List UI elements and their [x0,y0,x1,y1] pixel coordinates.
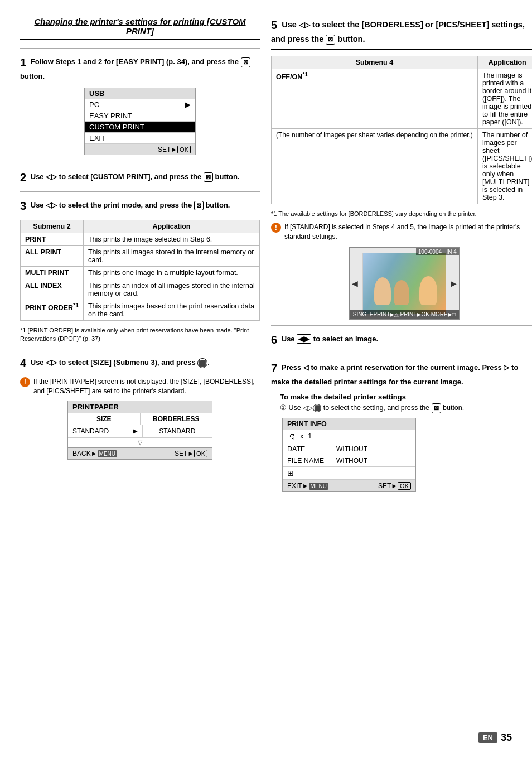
page: Changing the printer's settings for prin… [0,0,532,757]
step7-nav-icon: ⬛ [313,404,321,412]
step2-num: 2 [20,171,26,184]
printpaper-borderless-cell: STANDARD [143,425,212,437]
submenu4-footnote: *1 The available settings for [BORDERLES… [271,210,532,218]
table-row: MULTI PRINT This prints one image in a m… [21,266,260,279]
step4-note-text: If the [PRINTPAPER] screen is not displa… [33,377,260,396]
printinfo-footer: EXIT►MENU SET►OK [283,480,415,491]
printinfo-printer-icon: 🖨 [287,432,296,441]
printinfo-box: PRINT INFO 🖨 x 1 DATE WITHOUT FILE NAME … [282,418,416,492]
page-number: 35 [501,732,512,744]
printinfo-x-label: x [300,432,303,440]
printpaper-back: BACK►MENU [72,450,117,457]
printinfo-title: PRINT INFO [283,418,415,430]
printinfo-row-copies: 🖨 x 1 [283,430,415,443]
submenu2-val-allindex: This prints an index of all images store… [83,279,259,300]
printinfo-crop-icon: ⊞ [287,469,294,478]
step5-note-icon: ! [271,223,281,233]
note-icon: ! [20,377,30,387]
printinfo-row-date: DATE WITHOUT [283,443,415,455]
step7-sub-heading: To make the detailed printer settings [280,393,532,401]
printpaper-col-headers: SIZE BORDERLESS [68,413,212,425]
usb-item-customprint-label: CUSTOM PRINT [89,123,144,131]
step6-num: 6 [271,334,277,346]
printinfo-exit: EXIT►MENU [287,482,328,490]
usb-item-easypint: EASY PRINT [85,110,195,122]
submenu2-key-printorder: PRINT ORDER*1 [21,300,84,320]
step6: 6 Use ◀▶ to select an image. [271,331,532,348]
step1-num: 1 [20,56,26,69]
step7-sub: To make the detailed printer settings ① … [280,393,532,413]
step1-end: button. [20,72,45,80]
camera-left-arrow-icon: ◀ [352,279,358,288]
usb-title: USB [85,88,195,99]
submenu2-val-print: This prints the image selected in Step 6… [83,233,259,245]
set-ok-icon: ⊠ [241,57,250,67]
submenu2-col1: Submenu 2 [21,220,84,233]
camera-in-label: IN 4 [446,249,456,255]
camera-screen: ◀ 100-0004 IN 4 SINGLEPRINT▶△ PRINT▶OK M… [349,247,460,320]
printinfo-copies-value: 1 [308,432,312,440]
table-row: ALL PRINT This prints all images stored … [21,245,260,266]
usb-item-exit-label: EXIT [89,134,105,142]
usb-item-customprint: CUSTOM PRINT [85,122,195,133]
step3-btn-icon: ⊠ [194,201,204,210]
usb-item-pc: PC ▶ [85,99,195,110]
printinfo-date-label: DATE [287,445,332,453]
printpaper-title: PRINTPAPER [68,401,212,413]
printinfo-set: SET►OK [378,482,411,490]
step4: 4 Use ◁▷ to select [SIZE] (Submenu 3), a… [20,355,260,372]
left-column: Changing the printer's settings for prin… [20,17,260,740]
submenu2-table: Submenu 2 Application PRINT This prints … [20,220,260,321]
table-row: (The number of images per sheet varies d… [272,128,533,204]
submenu2-footnote: *1 [PRINT ORDER] is available only when … [20,326,260,344]
printinfo-date-value: WITHOUT [336,445,367,453]
usb-item-exit: EXIT [85,133,195,144]
submenu2-val-allprint: This prints all images stored in the int… [83,245,259,266]
printpaper-size-cell: STANDARD ▶ [68,425,143,437]
printpaper-footer: BACK►MENU SET►OK [68,447,212,459]
printpaper-data-row: STANDARD ▶ STANDARD [68,425,212,438]
printpaper-right-arrow-icon: ▶ [133,428,138,434]
step4-num: 4 [20,357,26,369]
submenu2-key-multiprint: MULTI PRINT [21,266,84,279]
camera-file-label: 100-0004 [418,249,442,255]
printpaper-col1: SIZE [68,413,141,425]
page-footer: EN 35 [478,732,512,744]
printinfo-row-extra: ⊞ [283,467,415,480]
submenu4-col1: Submenu 4 [272,56,478,69]
printpaper-size-value: STANDARD [72,427,109,435]
submenu4-val-pics: The number of images per sheet ([PICS/SH… [477,128,532,204]
camera-right-arrow-icon: ▶ [451,279,457,288]
printpaper-down-arrow: ▽ [68,438,212,447]
submenu2-key-allprint: ALL PRINT [21,245,84,266]
step5-note-text: If [STANDARD] is selected in Steps 4 and… [284,223,532,242]
submenu2-val-multiprint: This prints one image in a multiple layo… [83,266,259,279]
usb-menu-box: USB PC ▶ EASY PRINT CUSTOM PRINT EXIT SE… [84,88,196,155]
step7-num: 7 [271,362,277,374]
submenu2-col2: Application [83,220,259,233]
printinfo-filename-value: WITHOUT [336,457,367,465]
right-column: 5 Use ◁▷ to select the [BORDERLESS] or [… [271,17,532,740]
step2-btn-icon: ⊠ [204,172,213,182]
step1: 1 Follow Steps 1 and 2 for [EASY PRINT] … [20,54,260,82]
table-row: ALL INDEX This prints an index of all im… [21,279,260,300]
step3-num: 3 [20,200,26,212]
usb-footer: SET►OK [85,144,195,155]
printinfo-row-filename: FILE NAME WITHOUT [283,455,415,467]
step7-sub-text: ① Use ◁▷⬛ to select the setting, and pre… [280,403,532,413]
printpaper-set: SET►OK [175,450,207,457]
camera-singleprint-label: SINGLEPRINT▶△ [353,311,399,317]
usb-item-pc-arrow: ▶ [185,100,191,109]
usb-item-pc-label: PC [89,100,99,109]
submenu2-key-print: PRINT [21,233,84,245]
usb-item-easyprint-label: EASY PRINT [89,112,132,120]
printinfo-filename-label: FILE NAME [287,457,332,465]
submenu4-key-offon: OFF/ON*1 [272,69,478,128]
submenu4-table: Submenu 4 Application OFF/ON*1 The image… [271,56,532,204]
printpaper-col2: BORDERLESS [141,413,212,425]
printpaper-borderless-value: STANDARD [159,427,195,435]
step2: 2 Use ◁▷ to select [CUSTOM PRINT], and p… [20,169,260,186]
step7-btn-icon: ⊠ [432,403,441,413]
submenu4-val-offon: The image is printed with a border aroun… [477,69,532,128]
step1-text: Follow Steps 1 and 2 for [EASY PRINT] (p… [31,57,239,66]
